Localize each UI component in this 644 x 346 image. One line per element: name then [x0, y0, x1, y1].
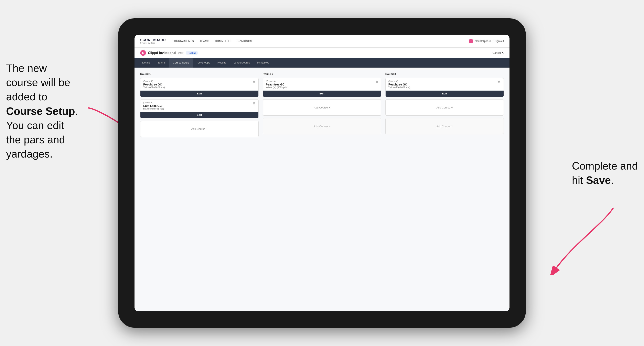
tablet-frame: SCOREBOARD Powered by clippd TOURNAMENTS…	[118, 18, 526, 328]
tab-leaderboards[interactable]: Leaderboards	[230, 58, 254, 68]
round3-add-course-disabled: Add Course +	[386, 118, 504, 134]
user-avatar	[469, 39, 473, 43]
tab-teams[interactable]: Teams	[154, 58, 169, 68]
tab-printables[interactable]: Printables	[254, 58, 273, 68]
top-nav: SCOREBOARD Powered by clippd TOURNAMENTS…	[134, 35, 510, 48]
sub-header-left: C Clippd Invitational (Men) Hosting	[140, 50, 198, 56]
round2-a-tee: Yellow (M) (6629 yds)	[266, 86, 287, 89]
user-email: blair@clippd.io	[475, 40, 491, 42]
round-2-column: Round 2 (Course A) Peachtree GC Yellow (…	[263, 72, 381, 139]
round1-course-a-card: (Course A) Peachtree GC Yellow (M) (6629…	[140, 78, 258, 97]
round1-b-edit-button[interactable]: Edit	[140, 112, 258, 118]
rounds-grid: Round 1 (Course A) Peachtree GC Yellow (…	[140, 72, 504, 139]
nav-links: TOURNAMENTS TEAMS COMMITTEE RANKINGS	[172, 39, 469, 43]
tab-course-setup[interactable]: Course Setup	[169, 58, 193, 68]
tab-tee-groups[interactable]: Tee Groups	[193, 58, 214, 68]
nav-teams[interactable]: TEAMS	[200, 39, 209, 43]
arrow-right-annotation	[542, 203, 624, 275]
brand-logo: C	[140, 50, 146, 56]
round3-a-delete-icon[interactable]: 🗑	[498, 80, 501, 83]
round1-a-tag: (Course A)	[143, 80, 165, 82]
round-2-label: Round 2	[263, 72, 381, 75]
tournament-name: Clippd Invitational	[148, 51, 176, 55]
round3-a-edit-button[interactable]: Edit	[386, 91, 504, 97]
nav-committee[interactable]: COMMITTEE	[215, 39, 232, 43]
round2-add-course-button[interactable]: Add Course +	[263, 99, 381, 116]
annotation-left: The new course will be added to Course S…	[6, 61, 78, 161]
main-content: Round 1 (Course A) Peachtree GC Yellow (…	[134, 68, 510, 311]
round3-course-a-card: (Course A) Peachtree GC Yellow (M) (6629…	[386, 78, 504, 97]
nav-rankings[interactable]: RANKINGS	[238, 39, 252, 43]
round1-course-b-card: (Course B) East Lake GC Black (M) (6891 …	[140, 99, 258, 118]
nav-right: blair@clippd.io | Sign out	[469, 39, 504, 43]
tab-bar: Details Teams Course Setup Tee Groups Re…	[134, 58, 510, 68]
round1-a-edit-button[interactable]: Edit	[140, 91, 258, 97]
round1-b-name: East Lake GC	[143, 104, 164, 107]
round1-b-tag: (Course B)	[143, 102, 164, 104]
round3-add-course-button[interactable]: Add Course +	[386, 99, 504, 116]
sign-out-link[interactable]: Sign out	[495, 40, 504, 42]
round2-add-course-disabled: Add Course +	[263, 118, 381, 134]
round2-course-a-card: (Course A) Peachtree GC Yellow (M) (6629…	[263, 78, 381, 97]
round-3-label: Round 3	[386, 72, 504, 75]
round1-b-delete-icon[interactable]: 🗑	[253, 102, 256, 105]
nav-tournaments[interactable]: TOURNAMENTS	[172, 39, 194, 43]
hosting-badge: Hosting	[186, 51, 198, 54]
round1-a-delete-icon[interactable]: 🗑	[253, 80, 256, 83]
round-1-column: Round 1 (Course A) Peachtree GC Yellow (…	[140, 72, 258, 139]
logo-title: SCOREBOARD	[140, 38, 166, 42]
round1-a-tee: Yellow (M) (6629 yds)	[143, 86, 165, 89]
round1-add-course-button[interactable]: Add Course +	[140, 121, 258, 137]
round1-a-name: Peachtree GC	[143, 83, 165, 86]
round2-a-delete-icon[interactable]: 🗑	[376, 80, 378, 83]
round3-a-name: Peachtree GC	[388, 83, 410, 86]
tablet-screen: SCOREBOARD Powered by clippd TOURNAMENTS…	[134, 35, 510, 311]
round2-a-tag: (Course A)	[266, 80, 287, 82]
round1-b-tee: Black (M) (6891 yds)	[143, 107, 164, 110]
tab-results[interactable]: Results	[214, 58, 230, 68]
annotation-right: Complete and hit Save.	[572, 159, 638, 187]
round2-a-name: Peachtree GC	[266, 83, 287, 86]
sub-header: C Clippd Invitational (Men) Hosting Canc…	[134, 48, 510, 58]
tournament-gender: (Men)	[178, 52, 184, 54]
round3-a-tag: (Course A)	[388, 80, 410, 82]
close-icon: ✕	[502, 51, 504, 54]
round3-a-tee: Yellow (M) (6629 yds)	[388, 86, 410, 89]
round-1-label: Round 1	[140, 72, 258, 75]
logo-subtitle: Powered by clippd	[140, 42, 166, 44]
tab-details[interactable]: Details	[138, 58, 154, 68]
cancel-button[interactable]: Cancel ✕	[492, 51, 504, 54]
round-3-column: Round 3 (Course A) Peachtree GC Yellow (…	[386, 72, 504, 139]
round2-a-edit-button[interactable]: Edit	[263, 91, 381, 97]
scoreboard-logo: SCOREBOARD Powered by clippd	[140, 38, 166, 44]
